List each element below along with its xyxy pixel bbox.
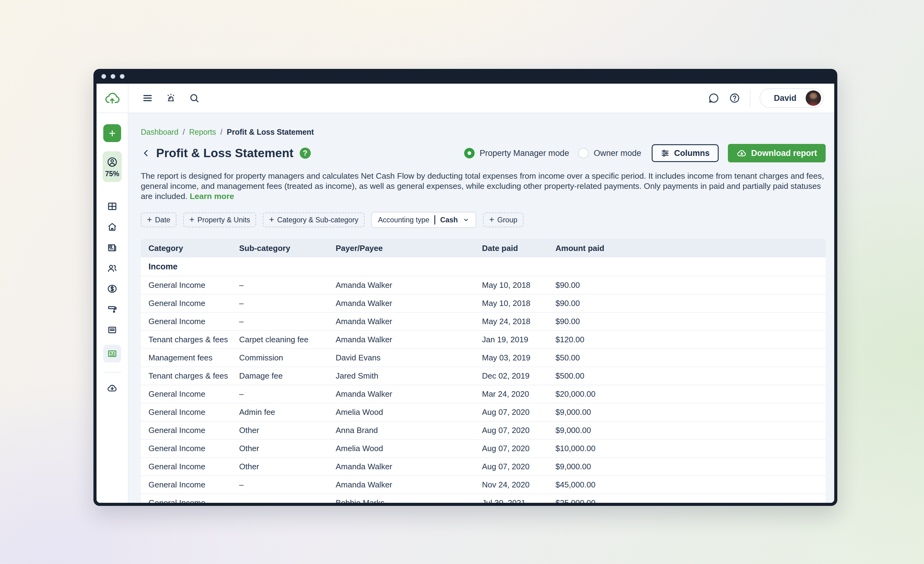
- table-cell: Tenant charges & fees: [148, 335, 239, 344]
- filter-group-chip[interactable]: + Group: [483, 212, 524, 227]
- learn-more-link[interactable]: Learn more: [190, 192, 234, 201]
- app-body: + 75%: [96, 113, 834, 503]
- table-row[interactable]: General Income–Amanda WalkerMay 10, 2018…: [141, 294, 826, 312]
- user-name: David: [774, 93, 796, 103]
- table-cell: Carpet cleaning fee: [239, 335, 336, 344]
- breadcrumb-separator: /: [183, 128, 185, 137]
- window-control-maximize[interactable]: [120, 74, 124, 79]
- table-row[interactable]: General IncomeAdmin feeAmelia WoodAug 07…: [141, 403, 826, 421]
- title-controls: Property Manager mode Owner mode: [464, 144, 826, 162]
- sidebar-item-accounting[interactable]: [103, 283, 121, 295]
- sidebar-item-downloads[interactable]: [103, 382, 121, 394]
- sidebar-item-maintenance[interactable]: [103, 304, 121, 315]
- header-left-icons: [129, 84, 200, 113]
- table-row[interactable]: General Income–Amanda WalkerMar 24, 2020…: [141, 385, 826, 403]
- table-cell: $20,000.00: [555, 390, 826, 399]
- filter-date-chip[interactable]: + Date: [141, 212, 177, 227]
- description-text: The report is designed for property mana…: [141, 171, 824, 201]
- menu-icon[interactable]: [142, 93, 153, 104]
- table-cell: Tenant charges & fees: [148, 371, 239, 381]
- sidebar-item-dashboard[interactable]: [103, 200, 121, 212]
- chat-icon[interactable]: [708, 92, 720, 104]
- table-row[interactable]: Tenant charges & feesCarpet cleaning fee…: [141, 330, 826, 349]
- back-chevron-icon[interactable]: [141, 148, 151, 158]
- occupancy-tile[interactable]: 75%: [103, 151, 122, 182]
- user-menu[interactable]: David: [759, 88, 824, 108]
- table-row[interactable]: General Income–Amanda WalkerNov 24, 2020…: [141, 475, 826, 493]
- table-cell: Amelia Wood: [336, 408, 482, 417]
- filter-date-label: Date: [155, 216, 170, 224]
- breadcrumb-reports[interactable]: Reports: [189, 128, 216, 137]
- filter-property-units-chip[interactable]: + Property & Units: [183, 212, 256, 227]
- columns-button[interactable]: Columns: [652, 144, 718, 162]
- table-row[interactable]: General IncomeOtherAmanda WalkerAug 07, …: [141, 457, 826, 475]
- table-row[interactable]: General Income–Amanda WalkerMay 10, 2018…: [141, 276, 826, 294]
- table-row[interactable]: Tenant charges & feesDamage feeJared Smi…: [141, 367, 826, 385]
- select-divider: [434, 215, 435, 224]
- add-button[interactable]: +: [103, 124, 121, 142]
- newspaper-icon: [106, 242, 118, 253]
- table-cell: Aug 07, 2020: [482, 462, 555, 471]
- table-row[interactable]: Management feesCommissionDavid EvansMay …: [141, 349, 826, 367]
- table-cell: Dec 02, 2019: [482, 371, 555, 381]
- table-cell: –: [239, 299, 336, 308]
- breadcrumb-dashboard[interactable]: Dashboard: [141, 128, 178, 137]
- table-cell: $10,000.00: [555, 444, 826, 453]
- report-description: The report is designed for property mana…: [141, 171, 826, 202]
- sidebar-item-contacts[interactable]: [103, 262, 121, 274]
- avatar: [806, 90, 821, 106]
- download-report-button[interactable]: Download report: [728, 144, 826, 162]
- property-manager-mode-radio[interactable]: Property Manager mode: [464, 148, 569, 158]
- home-icon: [106, 221, 118, 233]
- browser-window: David + 75%: [93, 69, 837, 506]
- occupancy-value: 75%: [105, 170, 119, 178]
- table-cell: General Income: [148, 426, 239, 435]
- search-icon[interactable]: [189, 93, 200, 104]
- sidebar-item-leases[interactable]: [103, 242, 121, 253]
- filter-category-chip[interactable]: + Category & Sub-category: [263, 212, 364, 227]
- title-help-badge[interactable]: ?: [300, 147, 311, 159]
- logo-cell[interactable]: [96, 84, 129, 113]
- dollar-circle-icon: [106, 283, 118, 294]
- sidebar-item-properties[interactable]: [103, 221, 121, 233]
- people-icon: [106, 263, 118, 274]
- accounting-type-select[interactable]: Accounting type Cash: [371, 212, 477, 228]
- report-card-icon: [106, 348, 118, 359]
- chevron-down-icon: [463, 217, 470, 223]
- table-cell: Other: [239, 444, 336, 453]
- table-row[interactable]: General Income–Amanda WalkerMay 24, 2018…: [141, 312, 826, 330]
- sidebar-item-reports[interactable]: [103, 345, 121, 362]
- plus-icon: +: [109, 127, 116, 139]
- table-cell: General Income: [148, 480, 239, 490]
- owner-mode-radio[interactable]: Owner mode: [578, 148, 641, 158]
- radio-unselected-icon: [578, 148, 589, 158]
- help-icon[interactable]: [729, 92, 741, 104]
- sidebar-item-documents[interactable]: [103, 324, 121, 336]
- header-right: David: [708, 84, 834, 113]
- filter-category-label: Category & Sub-category: [277, 216, 358, 224]
- table-cell: Jul 30, 2021: [482, 498, 555, 503]
- table-cell: $90.00: [555, 317, 826, 326]
- table-cell: $120.00: [555, 335, 826, 344]
- table-cell: May 10, 2018: [482, 280, 555, 290]
- table-cell: General Income: [148, 462, 239, 471]
- table-cell: Anna Brand: [336, 426, 482, 435]
- table-cell: General Income: [148, 498, 239, 503]
- table-cell: Jan 19, 2019: [482, 335, 555, 344]
- table-cell: Aug 07, 2020: [482, 426, 555, 435]
- siren-icon[interactable]: [165, 93, 177, 104]
- columns-button-label: Columns: [674, 149, 710, 158]
- filter-row: + Date + Property & Units + Category & S…: [141, 212, 826, 228]
- window-control-close[interactable]: [101, 74, 106, 79]
- table-row[interactable]: General Income–Bobbie MarksJul 30, 2021$…: [141, 493, 826, 503]
- table-cell: –: [239, 480, 336, 490]
- table-row[interactable]: General IncomeOtherAnna BrandAug 07, 202…: [141, 421, 826, 439]
- window-control-minimize[interactable]: [111, 74, 115, 79]
- table-cell: Amanda Walker: [336, 480, 482, 490]
- sliders-icon: [661, 149, 670, 158]
- table-row[interactable]: General IncomeOtherAmelia WoodAug 07, 20…: [141, 439, 826, 457]
- table-cell: Amelia Wood: [336, 444, 482, 453]
- accounting-type-value: Cash: [440, 216, 458, 224]
- paint-roller-icon: [106, 304, 118, 315]
- sidebar-divider: [103, 372, 121, 373]
